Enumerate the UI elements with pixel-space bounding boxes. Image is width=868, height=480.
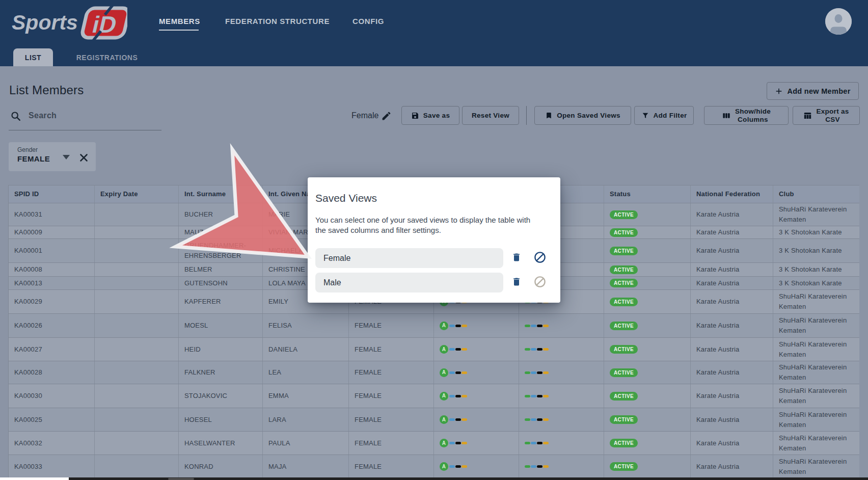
table-cell: [95, 338, 179, 361]
column-header[interactable]: Status: [604, 185, 691, 203]
table-cell: FELISA: [263, 314, 349, 337]
modal-title: Saved Views: [315, 192, 377, 204]
club-cell: ShuHaRi Karateverein Kematen: [773, 455, 859, 477]
edit-view-icon[interactable]: [381, 111, 392, 121]
table-icon: [803, 112, 812, 120]
membership-indicator-cell: A: [434, 408, 519, 431]
status-badge: ACTIVE: [610, 392, 638, 401]
search-underline: [9, 130, 161, 130]
status-badge: ACTIVE: [610, 298, 638, 306]
delete-view-icon[interactable]: [511, 276, 522, 287]
table-cell: FEMALE: [349, 455, 434, 477]
nav-item-members[interactable]: MEMBERS: [159, 17, 200, 25]
table-cell: EMMA: [263, 384, 349, 408]
table-cell: KA00032: [9, 432, 95, 455]
add-filter-button[interactable]: Add Filter: [634, 106, 694, 125]
table-cell: KA00027: [9, 338, 95, 361]
status-cell: ACTIVE: [604, 314, 691, 337]
club-cell: 3 K Shotokan Karate: [773, 226, 859, 238]
federation-cell: Karate Austria: [691, 455, 773, 477]
column-header[interactable]: Club: [773, 185, 859, 203]
export-csv-button[interactable]: Export asCSV: [793, 106, 860, 125]
remove-filter-icon[interactable]: [79, 153, 89, 163]
filter-chip-value: FEMALE: [17, 154, 50, 163]
column-header[interactable]: Expiry Date: [95, 185, 179, 203]
status-cell: ACTIVE: [604, 338, 691, 361]
status-badge: ACTIVE: [610, 210, 638, 219]
table-row[interactable]: KA00025HOESELLARAFEMALEAACTIVEKarate Aus…: [9, 408, 859, 432]
saved-view-item-female[interactable]: Female: [315, 248, 503, 268]
table-cell: FEMALE: [349, 432, 434, 455]
membership-status-icon: A: [440, 439, 448, 447]
table-cell: KA00009: [9, 226, 95, 238]
filter-chip-label: Gender: [17, 146, 38, 153]
table-row[interactable]: KA00028FALKNERLEAFEMALEAACTIVEKarate Aus…: [9, 361, 859, 384]
nav-item-federation-structure[interactable]: FEDERATION STRUCTURE: [225, 17, 330, 25]
scrollbar-corner: [0, 477, 69, 480]
user-avatar[interactable]: [825, 8, 852, 35]
table-cell: [95, 239, 179, 262]
club-cell: 3 K Shotokan Karate: [773, 263, 859, 276]
status-cell: ACTIVE: [604, 432, 691, 455]
licence-indicator-cell: [519, 384, 604, 408]
membership-status-icon: A: [440, 368, 448, 377]
membership-status-icon: A: [440, 462, 448, 471]
nav-active-underline: [159, 30, 199, 31]
filter-icon: [641, 112, 649, 120]
add-new-member-button[interactable]: Add new Member: [767, 82, 859, 100]
status-cell: ACTIVE: [604, 277, 691, 289]
club-cell: ShuHaRi Karateverein Kematen: [773, 361, 859, 384]
table-cell: FEMALE: [349, 408, 434, 431]
status-badge: ACTIVE: [610, 228, 638, 237]
federation-cell: Karate Austria: [691, 239, 773, 262]
membership-status-icon: A: [440, 322, 448, 330]
table-cell: PAULA: [263, 432, 349, 455]
save-icon: [411, 112, 419, 120]
filter-chip-gender[interactable]: Gender FEMALE: [9, 142, 96, 171]
tab-registrations[interactable]: REGISTRATIONS: [66, 48, 148, 66]
reset-view-button[interactable]: Reset View: [462, 106, 519, 125]
membership-indicator-cell: A: [434, 432, 519, 455]
saved-views-modal: Saved Views You can select one of your s…: [308, 177, 560, 303]
block-view-icon[interactable]: [534, 251, 546, 263]
table-cell: KONRAD: [179, 455, 263, 477]
nav-item-config[interactable]: CONFIG: [352, 17, 384, 25]
horizontal-scrollbar-thumb[interactable]: [168, 478, 194, 480]
table-row[interactable]: KA00030STOJAKOVICEMMAFEMALEAACTIVEKarate…: [9, 384, 859, 408]
table-cell: [95, 226, 179, 238]
federation-cell: Karate Austria: [691, 384, 773, 408]
column-header[interactable]: SPID ID: [9, 185, 95, 203]
open-saved-views-button[interactable]: Open Saved Views: [534, 106, 631, 125]
federation-cell: Karate Austria: [691, 314, 773, 337]
table-cell: KA00030: [9, 384, 95, 408]
search-input[interactable]: Search: [29, 111, 57, 120]
column-header[interactable]: National Federation: [691, 185, 773, 203]
table-row[interactable]: KA00026MOESLFELISAFEMALEAACTIVEKarate Au…: [9, 314, 859, 338]
table-cell: KA00013: [9, 277, 95, 289]
table-cell: KA00026: [9, 314, 95, 337]
delete-view-icon[interactable]: [511, 252, 522, 263]
search-icon: [10, 111, 21, 122]
table-cell: KA00033: [9, 455, 95, 477]
tab-bar: LIST REGISTRATIONS: [0, 48, 868, 66]
table-cell: [95, 263, 179, 276]
table-cell: BELMER: [179, 263, 263, 276]
federation-cell: Karate Austria: [691, 432, 773, 455]
table-row[interactable]: KA00032HASELWANTERPAULAFEMALEAACTIVEKara…: [9, 432, 859, 455]
table-cell: MOESL: [179, 314, 263, 337]
table-row[interactable]: KA00027HEIDDANIELAFEMALEAACTIVEKarate Au…: [9, 338, 859, 361]
club-cell: 3 K Shotokan Karate: [773, 277, 859, 289]
table-row[interactable]: KA00033KONRADMAJAFEMALEAACTIVEKarate Aus…: [9, 455, 859, 477]
chevron-down-icon[interactable]: [63, 155, 70, 159]
current-view-name: Female: [351, 111, 378, 120]
table-cell: HASELWANTER: [179, 432, 263, 455]
membership-indicator-cell: A: [434, 455, 519, 477]
status-badge: ACTIVE: [610, 368, 638, 377]
status-badge: ACTIVE: [610, 322, 638, 330]
save-as-button[interactable]: Save as: [401, 106, 459, 125]
column-header[interactable]: Int. Surname: [179, 185, 263, 203]
saved-view-item-male[interactable]: Male: [315, 273, 503, 292]
tab-list[interactable]: LIST: [13, 48, 53, 66]
show-hide-columns-button[interactable]: Show/hideColumns: [704, 106, 789, 125]
table-cell: [95, 455, 179, 477]
